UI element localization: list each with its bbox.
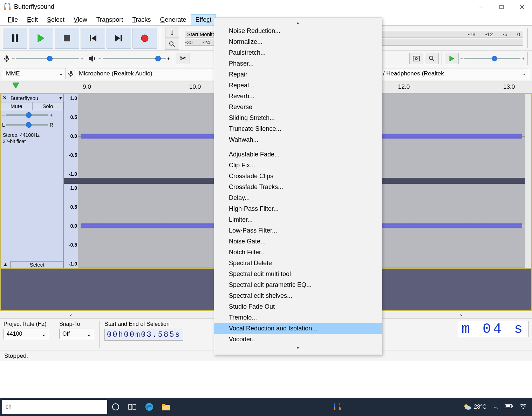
playback-volume-slider[interactable]: − + <box>98 56 170 61</box>
svg-point-28 <box>112 404 119 410</box>
minimize-button[interactable] <box>471 0 491 14</box>
effect-menu-item[interactable]: Spectral edit parametric EQ... <box>214 280 382 290</box>
effect-menu-item[interactable]: Wahwah... <box>214 134 382 145</box>
solo-button[interactable]: Solo <box>32 102 64 110</box>
effect-menu-item[interactable]: Vocal Reduction and Isolation... <box>214 323 382 334</box>
zoom-tool[interactable] <box>165 39 179 50</box>
audio-host-select[interactable]: MME⌄ <box>3 68 66 79</box>
ruler-tick: 13.0 <box>503 83 515 90</box>
menu-transport[interactable]: Transport <box>92 15 127 25</box>
effect-menu-item[interactable]: Noise Gate... <box>214 236 382 247</box>
gain-slider[interactable]: −+ <box>1 110 63 120</box>
svg-rect-13 <box>121 35 122 41</box>
taskbar-search[interactable]: ch <box>2 400 107 414</box>
cortana-icon[interactable] <box>107 398 124 415</box>
effect-menu-item[interactable]: Reverse <box>214 102 382 113</box>
project-rate-select[interactable]: 44100⌄ <box>4 329 49 339</box>
playback-device-select[interactable]: kers / Headphones (Realtek⌄ <box>367 68 529 79</box>
effect-menu-item[interactable]: Sliding Stretch... <box>214 113 382 123</box>
task-view-icon[interactable] <box>124 398 141 415</box>
playhead-icon[interactable] <box>12 82 20 92</box>
svg-rect-0 <box>4 7 6 9</box>
menu-effect[interactable]: Effect <box>191 15 216 25</box>
svg-rect-30 <box>133 404 136 409</box>
microphone-icon <box>3 55 11 62</box>
skip-start-button[interactable] <box>81 28 105 49</box>
menu-edit[interactable]: Edit <box>23 15 42 25</box>
track-control-panel: ✕ Butterflysou▾ Mute Solo −+ LR Stereo, … <box>1 94 64 268</box>
record-button[interactable] <box>132 28 157 49</box>
recording-volume-slider[interactable]: − + <box>12 56 83 61</box>
mute-button[interactable]: Mute <box>1 102 32 110</box>
effect-menu-item[interactable]: Studio Fade Out <box>214 301 382 312</box>
effect-menu-item[interactable]: Spectral Delete <box>214 258 382 269</box>
svg-rect-7 <box>16 34 18 42</box>
svg-rect-29 <box>129 404 132 409</box>
zoom-fit-button[interactable] <box>409 53 423 64</box>
effect-menu-item[interactable]: Phaser... <box>214 58 382 69</box>
svg-marker-27 <box>13 83 19 88</box>
zoom-toggle-button[interactable] <box>425 53 439 64</box>
menu-scroll-down[interactable]: ▾ <box>214 345 382 351</box>
effect-menu-item[interactable]: Repeat... <box>214 80 382 91</box>
track-close-button[interactable]: ✕ <box>1 95 9 101</box>
audio-position-display[interactable]: m 04 s <box>458 321 528 337</box>
snap-to-label: Snap-To <box>59 321 94 327</box>
pause-button[interactable] <box>3 28 27 49</box>
audacity-taskbar-icon[interactable] <box>329 398 346 415</box>
effect-menu-item[interactable]: Paulstretch... <box>214 47 382 58</box>
svg-rect-20 <box>413 56 420 61</box>
skip-end-button[interactable] <box>107 28 131 49</box>
menu-select[interactable]: Select <box>43 15 69 25</box>
effect-menu-item[interactable]: Repair <box>214 69 382 80</box>
stop-button[interactable] <box>55 28 79 49</box>
effect-menu-item[interactable]: Crossfade Clips <box>214 171 382 182</box>
close-button[interactable] <box>512 0 532 14</box>
effect-menu-item[interactable]: Delay... <box>214 193 382 203</box>
effect-menu-item[interactable]: Adjustable Fade... <box>214 149 382 160</box>
menu-generate[interactable]: Generate <box>156 15 191 25</box>
effect-menu-item[interactable]: Clip Fix... <box>214 160 382 171</box>
effect-menu-item[interactable]: Notch Filter... <box>214 247 382 258</box>
play-button[interactable] <box>29 28 53 49</box>
track-name-dropdown[interactable]: Butterflysou▾ <box>9 94 63 102</box>
cut-tool[interactable]: ✂ <box>176 53 190 64</box>
snap-to-select[interactable]: Off⌄ <box>59 329 94 339</box>
file-explorer-icon[interactable] <box>158 398 175 415</box>
edge-icon[interactable] <box>141 398 158 415</box>
menu-tracks[interactable]: Tracks <box>128 15 155 25</box>
effect-menu-item[interactable]: Noise Reduction... <box>214 26 382 36</box>
effect-menu-item[interactable]: Limiter... <box>214 214 382 225</box>
selection-start-time[interactable]: 00h00m03.585s <box>104 329 183 341</box>
windows-taskbar: ch 28°C ︿ <box>0 398 532 416</box>
svg-rect-40 <box>506 405 510 407</box>
svg-rect-6 <box>12 34 14 42</box>
effect-menu-item[interactable]: Vocoder... <box>214 334 382 345</box>
weather-widget[interactable]: 28°C <box>463 403 486 410</box>
vertical-scrollbar[interactable] <box>525 94 531 268</box>
effect-menu-item[interactable]: Tremolo... <box>214 312 382 323</box>
tray-chevron-icon[interactable]: ︿ <box>493 403 498 411</box>
play-at-speed-button[interactable] <box>445 53 459 64</box>
menu-file[interactable]: File <box>4 15 22 25</box>
effect-menu-item[interactable]: Spectral edit multi tool <box>214 269 382 280</box>
pan-slider[interactable]: LR <box>1 120 63 130</box>
effect-menu-item[interactable]: Reverb... <box>214 91 382 102</box>
svg-point-15 <box>170 42 173 45</box>
svg-point-37 <box>465 406 471 410</box>
effect-menu-item[interactable]: High-Pass Filter... <box>214 203 382 214</box>
menu-view[interactable]: View <box>69 15 91 25</box>
playback-speed-slider[interactable]: − + <box>460 56 525 61</box>
effect-menu-item[interactable]: Crossfade Tracks... <box>214 182 382 193</box>
effect-menu-item[interactable]: Low-Pass Filter... <box>214 225 382 236</box>
track-collapse-button[interactable]: ▲ <box>1 261 11 268</box>
wifi-icon[interactable] <box>519 403 527 411</box>
menu-scroll-up[interactable]: ▴ <box>214 19 382 26</box>
effect-menu-item[interactable]: Normalize... <box>214 36 382 47</box>
battery-icon[interactable] <box>505 404 513 410</box>
effect-menu-item[interactable]: Truncate Silence... <box>214 123 382 134</box>
track-select-button[interactable]: Select <box>11 261 63 268</box>
selection-tool[interactable]: I <box>165 27 179 38</box>
maximize-button[interactable] <box>491 0 512 14</box>
effect-menu-item[interactable]: Spectral edit shelves... <box>214 290 382 301</box>
